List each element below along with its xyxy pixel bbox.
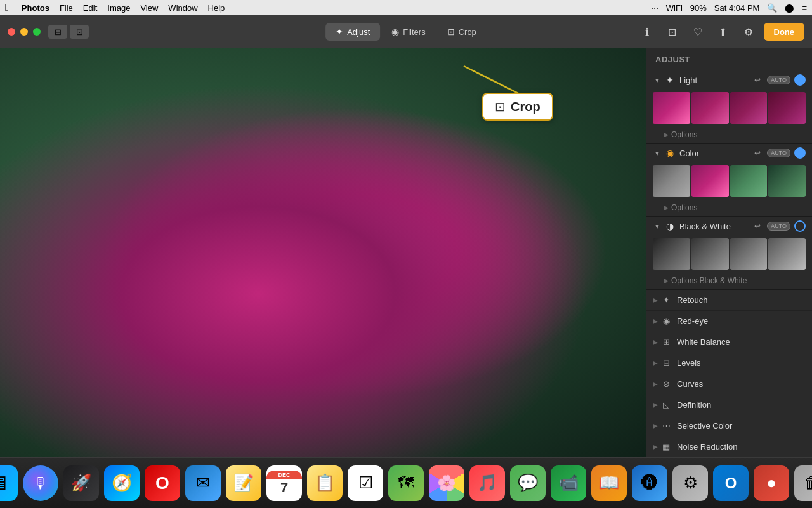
maximize-button[interactable]	[33, 28, 41, 36]
crop-tab[interactable]: ⊡ Crop	[437, 23, 487, 41]
dock-launchpad-icon[interactable]: 🚀	[63, 465, 99, 501]
image-menu[interactable]: Image	[107, 3, 130, 13]
compare-button[interactable]: ⊡	[662, 22, 683, 42]
zoom-toggle[interactable]: ⊡	[70, 25, 89, 39]
color-thumb-3[interactable]	[730, 165, 768, 197]
siri-icon[interactable]: ⬤	[785, 3, 794, 13]
thumbnail-toggle[interactable]: ⊟	[48, 25, 67, 39]
bw-section-header[interactable]: ▼ ◑ Black & White ↩ AUTO	[646, 217, 812, 236]
dock-system-prefs-icon[interactable]: ⚙	[672, 465, 708, 501]
bw-thumb-4[interactable]	[768, 238, 806, 270]
dock-maps-icon[interactable]: 🗺	[388, 465, 424, 501]
color-auto-badge[interactable]: AUTO	[767, 149, 790, 157]
light-expand-arrow[interactable]: ▼	[653, 76, 662, 84]
color-thumb-4[interactable]	[768, 165, 806, 197]
dock-trash-icon[interactable]: 🗑	[794, 465, 812, 501]
dock-safari-icon[interactable]: 🧭	[104, 465, 140, 501]
adjust-tab[interactable]: ✦ Adjust	[325, 23, 380, 41]
filters-tab[interactable]: ◉ Filters	[381, 23, 435, 41]
dock-books-icon[interactable]: 📖	[591, 465, 627, 501]
light-options-label: Options	[671, 130, 697, 139]
dock-appstore-icon[interactable]: 🅐	[632, 465, 667, 501]
bw-options-row[interactable]: ▶ Options Black & White	[646, 275, 812, 289]
dock-mail-icon[interactable]: ✉	[185, 465, 221, 501]
bw-thumb-3[interactable]	[730, 238, 768, 270]
dock-siri-icon[interactable]: 🎙	[23, 465, 58, 501]
share-button[interactable]: ⬆	[713, 22, 733, 42]
window-menu[interactable]: Window	[168, 3, 197, 13]
redeye-label: Red-eye	[677, 316, 806, 326]
selective-arrow: ▶	[653, 422, 658, 429]
bw-thumb-2[interactable]	[691, 238, 729, 270]
noise-reduction-row[interactable]: ▶ ▦ Noise Reduction	[646, 436, 812, 457]
help-menu[interactable]: Help	[208, 3, 225, 13]
definition-row[interactable]: ▶ ◺ Definition	[646, 394, 812, 415]
minimize-button[interactable]	[20, 28, 28, 36]
light-thumb-1[interactable]	[653, 92, 690, 124]
color-toggle[interactable]	[794, 147, 806, 159]
dock-outlook-icon[interactable]: O	[713, 465, 749, 501]
file-menu[interactable]: File	[60, 3, 73, 13]
dock-photos-icon[interactable]: 🌸	[429, 465, 464, 501]
bw-toggle[interactable]	[794, 220, 806, 232]
dock-opera-icon[interactable]: O	[145, 465, 180, 501]
favorite-button[interactable]: ♡	[688, 22, 708, 42]
curves-icon: ⊘	[660, 378, 672, 389]
color-options-label: Options	[671, 203, 697, 212]
notification-icon[interactable]: ≡	[802, 3, 807, 13]
color-expand-arrow[interactable]: ▼	[653, 149, 662, 157]
view-menu[interactable]: View	[140, 3, 158, 13]
selective-color-row[interactable]: ▶ ⋯ Selective Color	[646, 415, 812, 436]
dock-app-icon[interactable]: ●	[754, 465, 789, 501]
curves-arrow: ▶	[653, 380, 658, 387]
dock-facetime-icon[interactable]: 📹	[551, 465, 586, 501]
noisered-label: Noise Reduction	[677, 442, 806, 451]
light-thumb-2[interactable]	[691, 92, 729, 124]
done-button[interactable]: Done	[764, 23, 805, 41]
bw-undo-button[interactable]: ↩	[752, 220, 763, 232]
bw-section: ▼ ◑ Black & White ↩ AUTO ▶ Options Black…	[646, 217, 812, 290]
more-button[interactable]: ⚙	[738, 22, 759, 42]
light-section-header[interactable]: ▼ ✦ Light ↩ AUTO	[646, 70, 812, 90]
bw-icon: ◑	[664, 220, 676, 232]
search-icon[interactable]: 🔍	[767, 3, 777, 13]
dock-music-icon[interactable]: 🎵	[469, 465, 505, 501]
dock-messages-icon[interactable]: 💬	[510, 465, 546, 501]
color-thumb-1[interactable]	[653, 165, 690, 197]
bw-thumbnails	[646, 236, 812, 275]
light-options-row[interactable]: ▶ Options	[646, 129, 812, 143]
retouch-icon: ✦	[660, 294, 672, 305]
light-thumb-4[interactable]	[768, 92, 806, 124]
color-icon: ◉	[664, 147, 676, 159]
color-section-header[interactable]: ▼ ◉ Color ↩ AUTO	[646, 144, 812, 163]
color-label: Color	[679, 149, 752, 158]
dock-calendar-icon[interactable]: DEC 7	[266, 465, 302, 501]
curves-row[interactable]: ▶ ⊘ Curves	[646, 373, 812, 394]
dock-notes-icon[interactable]: 📝	[226, 465, 261, 501]
dock-reminders-icon[interactable]: ☑	[348, 465, 383, 501]
traffic-lights	[8, 28, 41, 36]
light-auto-badge[interactable]: AUTO	[767, 76, 790, 84]
edit-menu[interactable]: Edit	[83, 3, 97, 13]
selective-label: Selective Color	[677, 421, 806, 431]
light-thumb-3[interactable]	[730, 92, 768, 124]
bw-expand-arrow[interactable]: ▼	[653, 222, 662, 231]
dock-finder-icon[interactable]: 🖥	[0, 465, 18, 501]
retouch-row[interactable]: ▶ ✦ Retouch	[646, 290, 812, 311]
color-undo-button[interactable]: ↩	[752, 147, 763, 159]
close-button[interactable]	[8, 28, 15, 36]
whitebalance-row[interactable]: ▶ ⊞ White Balance	[646, 331, 812, 352]
apple-menu-icon[interactable]: 	[5, 2, 9, 13]
app-name-label[interactable]: Photos	[22, 3, 49, 13]
light-undo-button[interactable]: ↩	[752, 74, 763, 86]
bw-auto-badge[interactable]: AUTO	[767, 222, 790, 231]
redeye-row[interactable]: ▶ ◉ Red-eye	[646, 311, 812, 331]
bw-thumb-1[interactable]	[653, 238, 690, 270]
dock-stickies-icon[interactable]: 📋	[307, 465, 343, 501]
info-button[interactable]: ℹ	[637, 22, 657, 42]
light-toggle[interactable]	[794, 74, 806, 86]
definition-icon: ◺	[660, 399, 672, 410]
color-options-row[interactable]: ▶ Options	[646, 202, 812, 216]
color-thumb-2[interactable]	[691, 165, 729, 197]
levels-row[interactable]: ▶ ⊟ Levels	[646, 352, 812, 373]
